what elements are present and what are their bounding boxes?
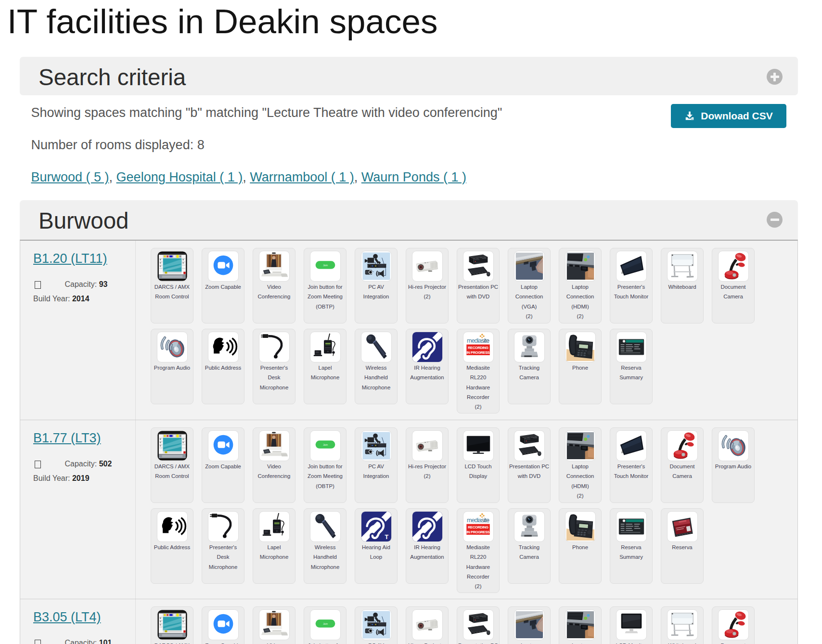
svg-text:T: T [385,534,388,541]
svg-text:RECORDING: RECORDING [468,525,488,529]
svg-text:mediasite: mediasite [467,517,489,524]
svg-text:RECORDING: RECORDING [468,346,488,350]
svg-text:Join: Join [323,264,328,267]
svg-text:Join: Join [323,443,328,446]
svg-text:mediasite: mediasite [467,337,489,344]
svg-text:IN PROGRESS: IN PROGRESS [466,530,489,534]
svg-text:Join: Join [323,622,328,625]
svg-text:IN PROGRESS: IN PROGRESS [466,350,489,355]
